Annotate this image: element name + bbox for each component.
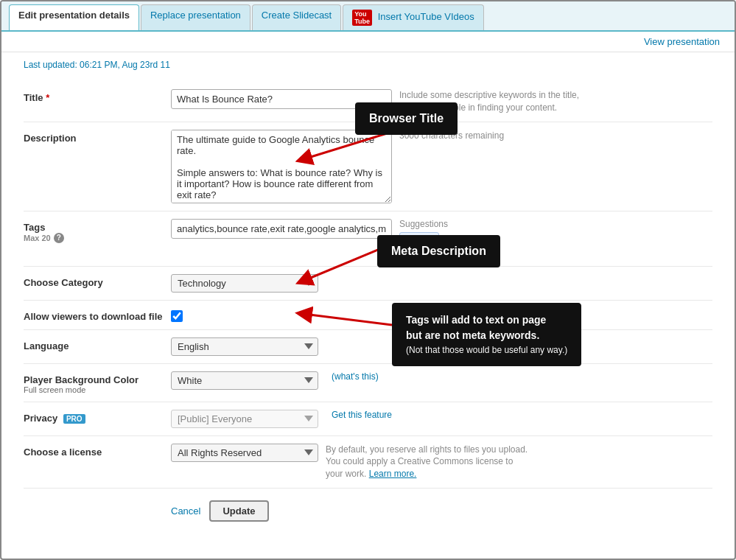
- help-icon[interactable]: ?: [54, 233, 64, 243]
- download-label: Allow viewers to download file: [24, 308, 171, 322]
- license-hint: By default, you reserve all rights to fi…: [326, 444, 532, 480]
- category-field: Technology Business Education Science En…: [171, 274, 712, 293]
- tags-label: Tags Max 20 ?: [24, 219, 171, 243]
- description-field: The ultimate guide to Google Analytics b…: [171, 130, 712, 203]
- cancel-button[interactable]: Cancel: [171, 505, 200, 517]
- privacy-select[interactable]: [Public] Everyone [Private] Only Me: [171, 410, 318, 428]
- privacy-label: Privacy PRO: [24, 410, 171, 424]
- tab-youtube[interactable]: YouTube Insert YouTube VIdeos: [343, 4, 484, 30]
- category-label: Choose Category: [24, 274, 171, 288]
- browser-title-callout: Browser Title: [355, 102, 458, 135]
- learn-more-link[interactable]: Learn more.: [369, 469, 417, 479]
- category-select[interactable]: Technology Business Education Science En…: [171, 274, 318, 293]
- player-bg-field: White Black Gray (what's this): [171, 371, 712, 390]
- last-updated: Last updated: 06:21 PM, Aug 23rd 11: [24, 60, 712, 70]
- tags-note-callout: Tags will add to text on page but are no…: [392, 303, 581, 366]
- whats-this-link[interactable]: (what's this): [332, 371, 379, 382]
- youtube-icon: YouTube: [352, 10, 372, 26]
- privacy-row: Privacy PRO [Public] Everyone [Private] …: [24, 402, 712, 436]
- tab-edit[interactable]: Edit presentation details: [9, 4, 139, 30]
- download-row: Allow viewers to download file: [24, 301, 712, 330]
- view-presentation-row: View presentation: [1, 32, 735, 52]
- license-select[interactable]: All Rights Reserved Creative Commons: [171, 444, 318, 462]
- license-row: Choose a license All Rights Reserved Cre…: [24, 436, 712, 489]
- description-row: Description The ultimate guide to Google…: [24, 122, 712, 211]
- get-feature-link[interactable]: Get this feature: [332, 410, 392, 420]
- tags-input[interactable]: [171, 219, 392, 239]
- player-bg-row: Player Background Color Full screen mode…: [24, 364, 712, 402]
- language-row: Language English Spanish French German: [24, 330, 712, 364]
- player-bg-label: Player Background Color Full screen mode: [24, 371, 171, 394]
- main-content: Last updated: 06:21 PM, Aug 23rd 11 Titl…: [1, 52, 735, 544]
- player-bg-select[interactable]: White Black Gray: [171, 371, 318, 390]
- tabs-bar: Edit presentation details Replace presen…: [1, 1, 735, 32]
- required-marker: *: [46, 92, 49, 103]
- download-checkbox[interactable]: [171, 310, 183, 322]
- license-field: All Rights Reserved Creative Commons By …: [171, 444, 712, 480]
- description-label: Description: [24, 130, 171, 144]
- tab-replace[interactable]: Replace presentation: [141, 4, 250, 30]
- language-select[interactable]: English Spanish French German: [171, 337, 318, 356]
- title-label: Title *: [24, 89, 171, 103]
- meta-description-callout: Meta Description: [377, 235, 500, 267]
- privacy-field: [Public] Everyone [Private] Only Me Get …: [171, 410, 712, 428]
- buttons-row: Cancel Update: [24, 489, 712, 529]
- suggestions-label: Suggestions: [399, 219, 448, 229]
- pro-badge: PRO: [63, 414, 85, 424]
- tab-slidecast[interactable]: Create Slidecast: [252, 4, 341, 30]
- description-input[interactable]: The ultimate guide to Google Analytics b…: [171, 130, 392, 203]
- language-label: Language: [24, 337, 171, 351]
- update-button[interactable]: Update: [209, 500, 268, 522]
- license-label: Choose a license: [24, 444, 171, 458]
- view-presentation-link[interactable]: View presentation: [644, 36, 720, 47]
- tags-row: Tags Max 20 ? Suggestions google Click t…: [24, 211, 712, 267]
- category-row: Choose Category Technology Business Educ…: [24, 267, 712, 301]
